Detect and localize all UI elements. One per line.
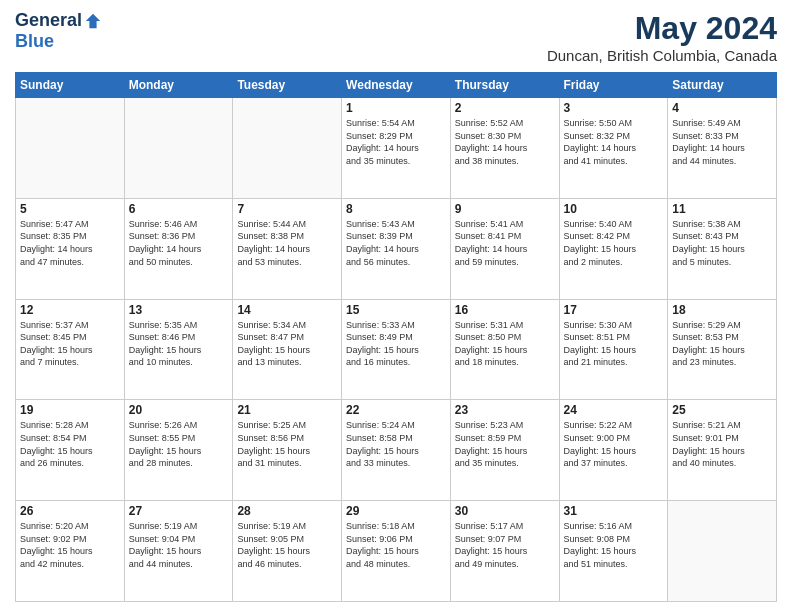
day-info: Sunrise: 5:54 AM Sunset: 8:29 PM Dayligh…: [346, 117, 446, 167]
calendar-cell: 18Sunrise: 5:29 AM Sunset: 8:53 PM Dayli…: [668, 299, 777, 400]
calendar-cell: [16, 98, 125, 199]
calendar-cell: 29Sunrise: 5:18 AM Sunset: 9:06 PM Dayli…: [342, 501, 451, 602]
calendar-cell: 13Sunrise: 5:35 AM Sunset: 8:46 PM Dayli…: [124, 299, 233, 400]
day-number: 2: [455, 101, 555, 115]
day-number: 15: [346, 303, 446, 317]
day-number: 20: [129, 403, 229, 417]
day-number: 14: [237, 303, 337, 317]
day-info: Sunrise: 5:18 AM Sunset: 9:06 PM Dayligh…: [346, 520, 446, 570]
day-number: 30: [455, 504, 555, 518]
day-number: 18: [672, 303, 772, 317]
calendar-cell: 9Sunrise: 5:41 AM Sunset: 8:41 PM Daylig…: [450, 198, 559, 299]
day-info: Sunrise: 5:44 AM Sunset: 8:38 PM Dayligh…: [237, 218, 337, 268]
day-info: Sunrise: 5:22 AM Sunset: 9:00 PM Dayligh…: [564, 419, 664, 469]
day-info: Sunrise: 5:19 AM Sunset: 9:04 PM Dayligh…: [129, 520, 229, 570]
calendar-cell: [124, 98, 233, 199]
logo: General Blue: [15, 10, 102, 52]
calendar-cell: 8Sunrise: 5:43 AM Sunset: 8:39 PM Daylig…: [342, 198, 451, 299]
day-info: Sunrise: 5:40 AM Sunset: 8:42 PM Dayligh…: [564, 218, 664, 268]
calendar-cell: 15Sunrise: 5:33 AM Sunset: 8:49 PM Dayli…: [342, 299, 451, 400]
calendar-cell: 31Sunrise: 5:16 AM Sunset: 9:08 PM Dayli…: [559, 501, 668, 602]
day-number: 5: [20, 202, 120, 216]
day-number: 24: [564, 403, 664, 417]
day-number: 13: [129, 303, 229, 317]
day-info: Sunrise: 5:34 AM Sunset: 8:47 PM Dayligh…: [237, 319, 337, 369]
day-number: 11: [672, 202, 772, 216]
day-number: 26: [20, 504, 120, 518]
day-info: Sunrise: 5:37 AM Sunset: 8:45 PM Dayligh…: [20, 319, 120, 369]
calendar-cell: 26Sunrise: 5:20 AM Sunset: 9:02 PM Dayli…: [16, 501, 125, 602]
day-number: 22: [346, 403, 446, 417]
title-block: May 2024 Duncan, British Columbia, Canad…: [547, 10, 777, 64]
day-info: Sunrise: 5:26 AM Sunset: 8:55 PM Dayligh…: [129, 419, 229, 469]
subtitle: Duncan, British Columbia, Canada: [547, 47, 777, 64]
calendar-cell: 30Sunrise: 5:17 AM Sunset: 9:07 PM Dayli…: [450, 501, 559, 602]
day-number: 21: [237, 403, 337, 417]
calendar-table: SundayMondayTuesdayWednesdayThursdayFrid…: [15, 72, 777, 602]
calendar-cell: 25Sunrise: 5:21 AM Sunset: 9:01 PM Dayli…: [668, 400, 777, 501]
header: General Blue May 2024 Duncan, British Co…: [15, 10, 777, 64]
day-info: Sunrise: 5:30 AM Sunset: 8:51 PM Dayligh…: [564, 319, 664, 369]
weekday-header-thursday: Thursday: [450, 73, 559, 98]
day-number: 17: [564, 303, 664, 317]
day-number: 23: [455, 403, 555, 417]
calendar-cell: 3Sunrise: 5:50 AM Sunset: 8:32 PM Daylig…: [559, 98, 668, 199]
day-number: 29: [346, 504, 446, 518]
week-row-4: 19Sunrise: 5:28 AM Sunset: 8:54 PM Dayli…: [16, 400, 777, 501]
calendar-cell: 27Sunrise: 5:19 AM Sunset: 9:04 PM Dayli…: [124, 501, 233, 602]
weekday-header-wednesday: Wednesday: [342, 73, 451, 98]
day-info: Sunrise: 5:28 AM Sunset: 8:54 PM Dayligh…: [20, 419, 120, 469]
day-info: Sunrise: 5:50 AM Sunset: 8:32 PM Dayligh…: [564, 117, 664, 167]
day-number: 7: [237, 202, 337, 216]
calendar-cell: 14Sunrise: 5:34 AM Sunset: 8:47 PM Dayli…: [233, 299, 342, 400]
day-info: Sunrise: 5:52 AM Sunset: 8:30 PM Dayligh…: [455, 117, 555, 167]
weekday-header-sunday: Sunday: [16, 73, 125, 98]
day-info: Sunrise: 5:31 AM Sunset: 8:50 PM Dayligh…: [455, 319, 555, 369]
calendar-cell: 5Sunrise: 5:47 AM Sunset: 8:35 PM Daylig…: [16, 198, 125, 299]
day-info: Sunrise: 5:21 AM Sunset: 9:01 PM Dayligh…: [672, 419, 772, 469]
day-number: 9: [455, 202, 555, 216]
logo-blue: Blue: [15, 31, 54, 51]
calendar-cell: 20Sunrise: 5:26 AM Sunset: 8:55 PM Dayli…: [124, 400, 233, 501]
day-number: 27: [129, 504, 229, 518]
week-row-5: 26Sunrise: 5:20 AM Sunset: 9:02 PM Dayli…: [16, 501, 777, 602]
day-info: Sunrise: 5:47 AM Sunset: 8:35 PM Dayligh…: [20, 218, 120, 268]
calendar-cell: 16Sunrise: 5:31 AM Sunset: 8:50 PM Dayli…: [450, 299, 559, 400]
calendar-cell: [233, 98, 342, 199]
calendar-cell: 7Sunrise: 5:44 AM Sunset: 8:38 PM Daylig…: [233, 198, 342, 299]
day-info: Sunrise: 5:23 AM Sunset: 8:59 PM Dayligh…: [455, 419, 555, 469]
day-info: Sunrise: 5:46 AM Sunset: 8:36 PM Dayligh…: [129, 218, 229, 268]
day-info: Sunrise: 5:41 AM Sunset: 8:41 PM Dayligh…: [455, 218, 555, 268]
day-info: Sunrise: 5:38 AM Sunset: 8:43 PM Dayligh…: [672, 218, 772, 268]
calendar-cell: 11Sunrise: 5:38 AM Sunset: 8:43 PM Dayli…: [668, 198, 777, 299]
weekday-header-monday: Monday: [124, 73, 233, 98]
calendar-cell: 24Sunrise: 5:22 AM Sunset: 9:00 PM Dayli…: [559, 400, 668, 501]
day-number: 25: [672, 403, 772, 417]
day-info: Sunrise: 5:49 AM Sunset: 8:33 PM Dayligh…: [672, 117, 772, 167]
calendar-cell: 6Sunrise: 5:46 AM Sunset: 8:36 PM Daylig…: [124, 198, 233, 299]
day-info: Sunrise: 5:17 AM Sunset: 9:07 PM Dayligh…: [455, 520, 555, 570]
week-row-2: 5Sunrise: 5:47 AM Sunset: 8:35 PM Daylig…: [16, 198, 777, 299]
calendar-cell: 21Sunrise: 5:25 AM Sunset: 8:56 PM Dayli…: [233, 400, 342, 501]
calendar-cell: 12Sunrise: 5:37 AM Sunset: 8:45 PM Dayli…: [16, 299, 125, 400]
calendar-cell: 19Sunrise: 5:28 AM Sunset: 8:54 PM Dayli…: [16, 400, 125, 501]
calendar-cell: 17Sunrise: 5:30 AM Sunset: 8:51 PM Dayli…: [559, 299, 668, 400]
weekday-header-saturday: Saturday: [668, 73, 777, 98]
calendar-cell: 22Sunrise: 5:24 AM Sunset: 8:58 PM Dayli…: [342, 400, 451, 501]
day-number: 6: [129, 202, 229, 216]
main-title: May 2024: [547, 10, 777, 47]
day-info: Sunrise: 5:25 AM Sunset: 8:56 PM Dayligh…: [237, 419, 337, 469]
week-row-1: 1Sunrise: 5:54 AM Sunset: 8:29 PM Daylig…: [16, 98, 777, 199]
day-number: 19: [20, 403, 120, 417]
calendar-cell: 10Sunrise: 5:40 AM Sunset: 8:42 PM Dayli…: [559, 198, 668, 299]
day-number: 31: [564, 504, 664, 518]
day-info: Sunrise: 5:33 AM Sunset: 8:49 PM Dayligh…: [346, 319, 446, 369]
day-number: 10: [564, 202, 664, 216]
calendar-cell: 23Sunrise: 5:23 AM Sunset: 8:59 PM Dayli…: [450, 400, 559, 501]
day-info: Sunrise: 5:35 AM Sunset: 8:46 PM Dayligh…: [129, 319, 229, 369]
weekday-header-tuesday: Tuesday: [233, 73, 342, 98]
weekday-header-row: SundayMondayTuesdayWednesdayThursdayFrid…: [16, 73, 777, 98]
day-info: Sunrise: 5:19 AM Sunset: 9:05 PM Dayligh…: [237, 520, 337, 570]
day-info: Sunrise: 5:24 AM Sunset: 8:58 PM Dayligh…: [346, 419, 446, 469]
calendar-cell: 28Sunrise: 5:19 AM Sunset: 9:05 PM Dayli…: [233, 501, 342, 602]
